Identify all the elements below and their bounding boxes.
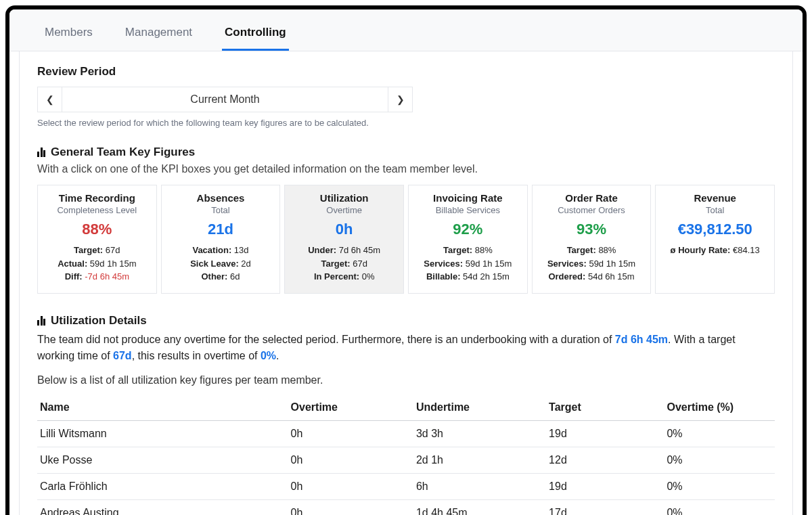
table-row: Lilli Witsmann 0h 3d 3h 19d 0% bbox=[37, 421, 775, 447]
tab-members[interactable]: Members bbox=[42, 20, 95, 51]
cell-target: 19d bbox=[546, 474, 664, 500]
cell-name: Uke Posse bbox=[37, 447, 288, 474]
table-row: Andreas Austing 0h 1d 4h 45m 17d 0% bbox=[37, 500, 775, 515]
kpi-sub: Total bbox=[661, 205, 769, 215]
details-text: . bbox=[276, 350, 279, 361]
kpi-lines: Target: 67d Actual: 59d 1h 15m Diff: -7d… bbox=[43, 244, 151, 284]
kpi-sub: Billable Services bbox=[414, 205, 522, 215]
tab-management[interactable]: Management bbox=[122, 20, 195, 51]
kpi-line-value: 59d 1h 15m bbox=[466, 259, 512, 269]
kpi-absences[interactable]: Absences Total 21d Vacation: 13d Sick Le… bbox=[161, 185, 281, 294]
cell-undertime: 6h bbox=[413, 474, 546, 500]
period-helper: Select the review period for which the f… bbox=[37, 118, 775, 128]
kpi-line-label: Sick Leave: bbox=[190, 259, 239, 269]
cell-name: Andreas Austing bbox=[37, 500, 288, 515]
kpi-line-label: Other: bbox=[201, 271, 227, 282]
details-heading: Utilization Details bbox=[37, 314, 775, 328]
period-next-button[interactable]: ❯ bbox=[388, 87, 412, 112]
kpi-line-label: Vacation: bbox=[192, 245, 231, 255]
kpi-line-value: 6d bbox=[230, 271, 240, 282]
chevron-left-icon: ❮ bbox=[46, 94, 54, 105]
kpi-line-value: 7d 6h 45m bbox=[339, 245, 380, 255]
content-panel: Review Period ❮ Current Month ❯ Select t… bbox=[19, 51, 793, 515]
kpi-section-title: General Team Key Figures bbox=[51, 145, 195, 159]
details-text: , this results in overtime of bbox=[132, 350, 261, 361]
details-text: The team did not produce any overtime fo… bbox=[37, 334, 615, 345]
kpi-line-value: 67d bbox=[106, 245, 120, 255]
details-title: Utilization Details bbox=[51, 314, 147, 328]
kpi-title: Invoicing Rate bbox=[414, 192, 522, 204]
col-name: Name bbox=[37, 395, 288, 421]
cell-undertime: 1d 4h 45m bbox=[413, 500, 546, 515]
details-pct-value: 0% bbox=[261, 350, 276, 361]
kpi-main-value: 88% bbox=[43, 221, 151, 238]
kpi-time-recording[interactable]: Time Recording Completeness Level 88% Ta… bbox=[37, 185, 157, 294]
cell-target: 17d bbox=[546, 500, 664, 515]
kpi-line-value: 54d 2h 15m bbox=[463, 271, 510, 282]
kpi-line-value: 59d 1h 15m bbox=[90, 259, 137, 269]
kpi-title: Absences bbox=[167, 192, 275, 204]
kpi-line-label: Under: bbox=[308, 245, 336, 255]
cell-overtime: 0h bbox=[288, 500, 413, 515]
table-row: Carla Fröhlich 0h 6h 19d 0% bbox=[37, 474, 775, 500]
cell-name: Lilli Witsmann bbox=[37, 421, 288, 447]
kpi-title: Revenue bbox=[661, 192, 769, 204]
kpi-title: Order Rate bbox=[538, 192, 646, 204]
kpi-line-label: Actual: bbox=[58, 259, 87, 269]
kpi-lines: Target: 88% Services: 59d 1h 15m Billabl… bbox=[414, 244, 522, 284]
kpi-sub: Customer Orders bbox=[538, 205, 646, 215]
kpi-line-label: Target: bbox=[443, 245, 472, 255]
cell-undertime: 2d 1h bbox=[413, 447, 546, 474]
kpi-line-label: Services: bbox=[547, 259, 587, 269]
kpi-title: Time Recording bbox=[43, 192, 151, 204]
kpi-line-label: Billable: bbox=[426, 271, 461, 282]
kpi-invoicing-rate[interactable]: Invoicing Rate Billable Services 92% Tar… bbox=[408, 185, 528, 294]
kpi-order-rate[interactable]: Order Rate Customer Orders 93% Target: 8… bbox=[532, 185, 652, 294]
kpi-main-value: 0h bbox=[290, 221, 398, 238]
kpi-line-label: Ordered: bbox=[548, 271, 585, 282]
kpi-main-value: €39,812.50 bbox=[661, 221, 769, 238]
period-prev-button[interactable]: ❮ bbox=[38, 87, 62, 112]
kpi-line-label: In Percent: bbox=[314, 271, 359, 282]
cell-pct: 0% bbox=[664, 447, 775, 474]
kpi-line-value: 54d 6h 15m bbox=[588, 271, 635, 282]
kpi-section-sub: With a click on one of the KPI boxes you… bbox=[37, 163, 775, 175]
col-target: Target bbox=[546, 395, 664, 421]
cell-undertime: 3d 3h bbox=[413, 421, 546, 447]
period-value[interactable]: Current Month bbox=[62, 87, 388, 112]
review-period-title: Review Period bbox=[37, 65, 775, 79]
kpi-line-value: 67d bbox=[353, 259, 367, 269]
kpi-line-value: 2d bbox=[241, 259, 250, 269]
utilization-table: Name Overtime Undertime Target Overtime … bbox=[37, 395, 775, 515]
kpi-utilization[interactable]: Utilization Overtime 0h Under: 7d 6h 45m… bbox=[284, 185, 404, 294]
kpi-line-label: Target: bbox=[567, 245, 596, 255]
kpi-sub: Completeness Level bbox=[43, 205, 151, 215]
kpi-line-value: €84.13 bbox=[733, 245, 760, 255]
kpi-line-value: 59d 1h 15m bbox=[589, 259, 635, 269]
cell-name: Carla Fröhlich bbox=[37, 474, 288, 500]
kpi-lines: Under: 7d 6h 45m Target: 67d In Percent:… bbox=[290, 244, 398, 284]
cell-pct: 0% bbox=[664, 500, 775, 515]
kpi-line-label: Target: bbox=[321, 259, 350, 269]
kpi-lines: ø Hourly Rate: €84.13 bbox=[661, 244, 769, 257]
cell-overtime: 0h bbox=[288, 421, 413, 447]
bar-chart-icon bbox=[37, 316, 45, 326]
tab-controlling[interactable]: Controlling bbox=[222, 20, 289, 51]
col-overtime-pct: Overtime (%) bbox=[664, 395, 775, 421]
details-description: The team did not produce any overtime fo… bbox=[37, 332, 775, 365]
kpi-lines: Vacation: 13d Sick Leave: 2d Other: 6d bbox=[167, 244, 275, 284]
cell-overtime: 0h bbox=[288, 447, 413, 474]
kpi-main-value: 21d bbox=[167, 221, 275, 238]
table-header-row: Name Overtime Undertime Target Overtime … bbox=[37, 395, 775, 421]
kpi-line-label: ø Hourly Rate: bbox=[671, 245, 731, 255]
cell-target: 19d bbox=[546, 421, 664, 447]
chevron-right-icon: ❯ bbox=[397, 94, 405, 105]
col-undertime: Undertime bbox=[413, 395, 546, 421]
kpi-main-value: 92% bbox=[414, 221, 522, 238]
kpi-revenue[interactable]: Revenue Total €39,812.50 ø Hourly Rate: … bbox=[655, 185, 775, 294]
kpi-title: Utilization bbox=[290, 192, 398, 204]
kpi-line-value: 88% bbox=[475, 245, 493, 255]
table-row: Uke Posse 0h 2d 1h 12d 0% bbox=[37, 447, 775, 474]
period-selector: ❮ Current Month ❯ bbox=[37, 87, 413, 112]
cell-pct: 0% bbox=[664, 421, 775, 447]
